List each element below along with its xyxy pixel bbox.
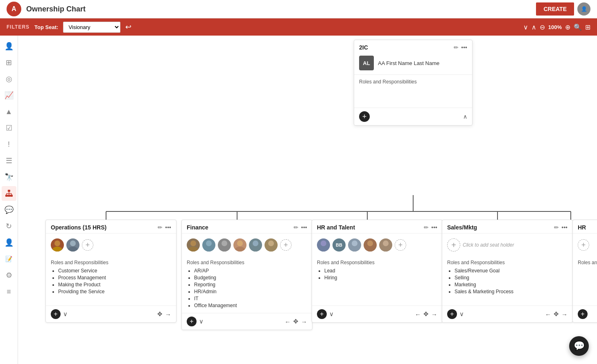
sidebar-item-exclaim[interactable]: ! <box>2 137 16 152</box>
add-hr-talent-person-button[interactable]: + <box>395 239 406 251</box>
hr-talent-header: HR and Talent ✏ ••• <box>312 220 442 234</box>
edit-2ic-button[interactable]: ✏ <box>454 44 459 51</box>
hr-talent-left-button[interactable]: ← <box>415 311 421 318</box>
finance-left-button[interactable]: ← <box>285 318 291 325</box>
sidebar-item-grid[interactable]: ⊞ <box>2 55 16 70</box>
2ic-avatar: AL <box>359 56 374 70</box>
operations-add-button[interactable]: + <box>51 309 61 319</box>
sales-mktg-move-button[interactable]: ✥ <box>554 310 559 318</box>
list-item: Sales/Revenue Goal <box>455 268 568 274</box>
sales-mktg-actions: ✏ ••• <box>554 224 568 231</box>
finance-add-button[interactable]: + <box>187 317 197 326</box>
sidebar-item-mountain[interactable]: ▲ <box>2 104 16 119</box>
sidebar-item-settings[interactable]: ⚙ <box>2 268 16 283</box>
sales-mktg-left-button[interactable]: ← <box>545 311 551 318</box>
svg-rect-3 <box>10 195 13 197</box>
top-seat-select[interactable]: Visionary Integrator <box>63 22 120 33</box>
search-button[interactable]: 🔍 <box>574 23 582 31</box>
sidebar-item-check[interactable]: ☑ <box>2 121 16 135</box>
sidebar-item-chat[interactable]: 💬 <box>2 202 16 217</box>
more-hr-talent-button[interactable]: ••• <box>431 224 437 231</box>
expand-all-button[interactable]: ∧ <box>531 23 536 31</box>
card-2ic-person: AL AA First Name Last Name <box>354 53 472 75</box>
svg-point-32 <box>321 240 326 246</box>
list-item: Budgeting <box>194 275 307 281</box>
hr-talent-person-1 <box>317 238 330 252</box>
edit-operations-button[interactable]: ✏ <box>158 224 163 231</box>
more-finance-button[interactable]: ••• <box>301 224 307 231</box>
sidebar-item-people[interactable]: 👤 <box>2 39 16 54</box>
svg-point-36 <box>367 240 373 246</box>
more-2ic-button[interactable]: ••• <box>461 44 467 51</box>
user-avatar[interactable]: 👤 <box>577 2 590 16</box>
finance-person-1 <box>187 238 200 252</box>
view-toggle-button[interactable]: ⊞ <box>585 23 590 31</box>
operations-people: + <box>46 234 176 256</box>
svg-point-39 <box>381 247 391 252</box>
card-2ic-actions: ✏ ••• <box>454 44 467 51</box>
topbar-right: CREATE 👤 <box>536 2 590 16</box>
add-operations-person-button[interactable]: + <box>82 239 93 251</box>
finance-header: Finance ✏ ••• <box>182 220 312 234</box>
2ic-collapse-button[interactable]: ∧ <box>463 113 467 120</box>
finance-right-button[interactable]: → <box>301 318 307 325</box>
hr-add-button[interactable]: + <box>578 309 588 319</box>
edit-sales-mktg-button[interactable]: ✏ <box>554 224 559 231</box>
sales-mktg-add-button[interactable]: + <box>447 309 457 319</box>
edit-finance-button[interactable]: ✏ <box>294 224 298 231</box>
add-sales-mktg-person-button[interactable]: + <box>447 238 460 252</box>
operations-collapse-button[interactable]: ∨ <box>63 310 68 318</box>
svg-point-17 <box>52 247 62 252</box>
finance-move-button[interactable]: ✥ <box>293 318 298 325</box>
sidebar-item-menu[interactable]: ≡ <box>2 284 16 299</box>
hr-talent-footer: + ∨ ← ✥ → <box>312 306 442 322</box>
list-item: Hiring <box>324 275 437 281</box>
sidebar-item-chart[interactable]: 📈 <box>2 88 16 103</box>
more-operations-button[interactable]: ••• <box>165 224 171 231</box>
sidebar-item-list[interactable]: ☰ <box>2 153 16 168</box>
hr-talent-move-button[interactable]: ✥ <box>423 310 429 318</box>
hr-talent-right-button[interactable]: → <box>431 311 437 318</box>
hr-card: HR + Roles an + <box>572 220 597 323</box>
hr-talent-person-4 <box>364 238 377 252</box>
sidebar-item-note[interactable]: 📝 <box>2 252 16 266</box>
hr-title: HR <box>578 224 586 231</box>
2ic-add-button[interactable]: + <box>359 111 370 122</box>
svg-rect-2 <box>8 195 10 197</box>
operations-right-button[interactable]: → <box>165 311 171 318</box>
sidebar-item-refresh[interactable]: ↻ <box>2 219 16 234</box>
zoom-out-button[interactable]: ⊖ <box>540 23 545 31</box>
finance-title: Finance <box>187 224 208 231</box>
add-hr-person-button[interactable]: + <box>578 239 589 251</box>
sidebar-item-person-card[interactable]: 👤 <box>2 235 16 250</box>
sidebar-item-binoculars[interactable]: 🔭 <box>2 170 16 184</box>
hr-talent-people: BB + <box>312 234 442 256</box>
edit-hr-talent-button[interactable]: ✏ <box>424 224 429 231</box>
hr-talent-collapse-button[interactable]: ∨ <box>329 310 334 318</box>
svg-rect-0 <box>8 190 10 192</box>
sales-mktg-right-button[interactable]: → <box>561 311 568 318</box>
sales-mktg-collapse-button[interactable]: ∨ <box>459 310 464 318</box>
hr-roles: Roles an <box>573 256 597 306</box>
zoom-in-button[interactable]: ⊕ <box>565 23 570 31</box>
chat-bubble-button[interactable]: 💬 <box>569 336 589 356</box>
undo-button[interactable]: ↩ <box>125 22 131 31</box>
operations-move-button[interactable]: ✥ <box>157 310 163 318</box>
finance-actions: ✏ ••• <box>294 224 307 231</box>
sidebar-item-target[interactable]: ◎ <box>2 72 16 86</box>
app-logo[interactable]: A <box>7 2 21 16</box>
finance-collapse-button[interactable]: ∨ <box>199 318 204 325</box>
collapse-all-button[interactable]: ∨ <box>523 23 528 31</box>
top-seat-label: Top Seat: <box>34 24 58 30</box>
finance-person-5 <box>249 238 262 252</box>
filters-right: ∨ ∧ ⊖ 100% ⊕ 🔍 ⊞ <box>523 23 590 31</box>
svg-rect-1 <box>5 195 8 197</box>
click-to-add-label[interactable]: Click to add seat holder <box>463 242 514 248</box>
hr-talent-add-button[interactable]: + <box>317 309 327 319</box>
sidebar-item-org[interactable] <box>2 186 16 201</box>
svg-point-24 <box>222 240 227 246</box>
more-sales-mktg-button[interactable]: ••• <box>561 224 568 231</box>
hr-talent-roles: Roles and Responsibilities Lead Hiring <box>312 256 442 306</box>
add-finance-person-button[interactable]: + <box>280 239 292 251</box>
create-button[interactable]: CREATE <box>536 2 574 16</box>
